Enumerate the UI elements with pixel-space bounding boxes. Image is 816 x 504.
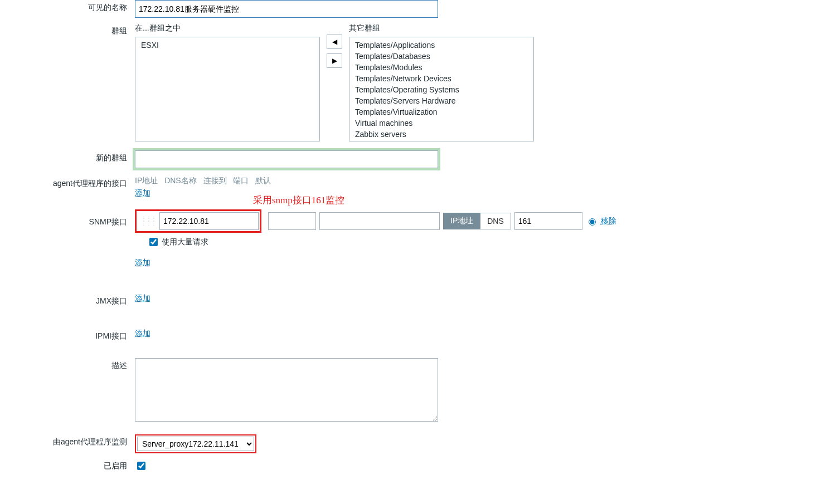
drag-handle-icon[interactable]: ⋮⋮⋮⋮⋮⋮ xyxy=(138,217,159,226)
in-groups-header: 在...群组之中 xyxy=(135,23,320,33)
list-item[interactable]: Templates/Virtualization xyxy=(353,106,530,118)
list-item[interactable]: Templates/Network Devices xyxy=(353,73,530,84)
in-groups-listbox[interactable]: ESXI xyxy=(135,37,320,141)
description-textarea[interactable] xyxy=(135,358,438,422)
list-item[interactable]: Templates/Applications xyxy=(353,40,530,51)
list-item[interactable]: Virtual machines xyxy=(353,118,530,129)
agent-headers: IP地址 DNS名称 连接到 端口 默认 xyxy=(135,176,816,186)
connect-dns-button[interactable]: DNS xyxy=(480,213,511,229)
ipmi-add-link[interactable]: 添加 xyxy=(135,329,150,339)
proxy-select[interactable]: Server_proxy172.22.11.141 xyxy=(137,437,254,451)
snmp-dns-input[interactable] xyxy=(319,212,440,230)
enabled-checkbox[interactable] xyxy=(137,462,145,470)
connect-ip-button[interactable]: IP地址 xyxy=(443,213,480,229)
list-item[interactable]: ESXI xyxy=(139,40,316,51)
agent-add-link[interactable]: 添加 xyxy=(135,188,150,198)
jmx-interfaces-label: JMX接口 xyxy=(0,293,135,306)
enabled-label: 已启用 xyxy=(0,461,135,471)
list-item[interactable]: Templates/Servers Hardware xyxy=(353,95,530,106)
new-group-label: 新的群组 xyxy=(0,150,135,163)
snmp-port-input[interactable] xyxy=(514,212,582,230)
visible-name-input[interactable] xyxy=(135,0,438,18)
other-groups-header: 其它群组 xyxy=(349,23,534,33)
snmp-extra-input[interactable] xyxy=(268,212,316,230)
snmp-remove-link[interactable]: 移除 xyxy=(601,216,616,226)
groups-label: 群组 xyxy=(0,23,135,36)
bulk-requests-checkbox[interactable] xyxy=(149,238,158,246)
list-item[interactable]: Templates/Modules xyxy=(353,62,530,73)
visible-name-label: 可见的名称 xyxy=(0,0,135,13)
list-item[interactable]: Templates/Databases xyxy=(353,51,530,62)
snmp-annotation: 采用snmp接口161监控 xyxy=(253,194,344,207)
default-interface-radio[interactable] xyxy=(589,218,596,226)
other-groups-listbox[interactable]: Templates/Applications Templates/Databas… xyxy=(349,37,534,141)
snmp-add-link[interactable]: 添加 xyxy=(135,258,150,268)
snmp-interfaces-label: SNMP接口 xyxy=(0,209,135,227)
jmx-add-link[interactable]: 添加 xyxy=(135,293,150,304)
move-left-button[interactable]: ◀ xyxy=(327,35,342,49)
list-item[interactable]: 合肥模拟网关-蔡良热 xyxy=(353,140,530,141)
new-group-input[interactable] xyxy=(135,150,438,168)
bulk-requests-label: 使用大量请求 xyxy=(162,237,208,247)
monitored-by-label: 由agent代理程序监测 xyxy=(0,434,135,447)
agent-interfaces-label: agent代理程序的接口 xyxy=(0,176,135,189)
snmp-ip-input[interactable] xyxy=(159,212,259,230)
description-label: 描述 xyxy=(0,358,135,371)
ipmi-interfaces-label: IPMI接口 xyxy=(0,329,135,341)
move-right-button[interactable]: ▶ xyxy=(327,53,342,68)
list-item[interactable]: Zabbix servers xyxy=(353,129,530,140)
list-item[interactable]: Templates/Operating Systems xyxy=(353,84,530,95)
